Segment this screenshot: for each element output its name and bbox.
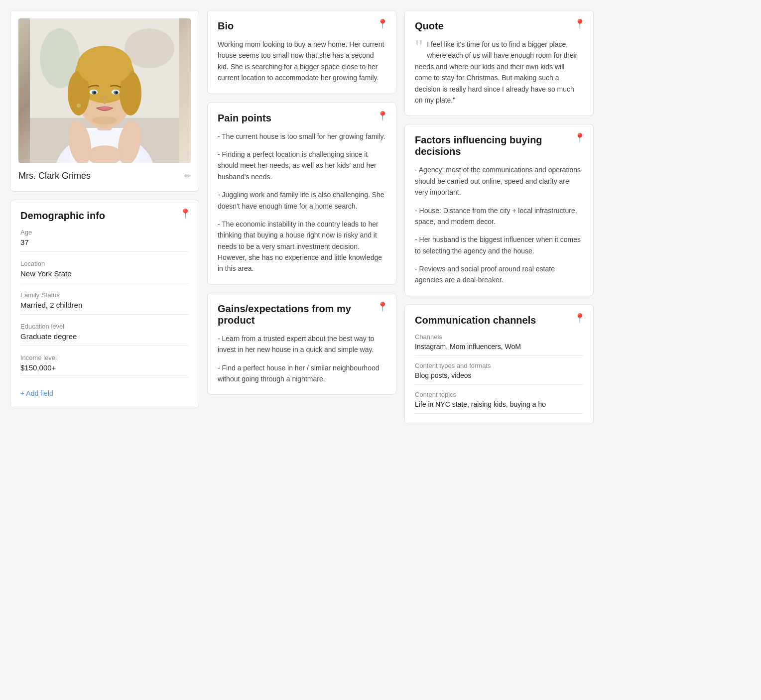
factors-title: Factors influencing buying decisions (415, 134, 583, 157)
svg-point-3 (125, 28, 174, 68)
demo-field-value: Graduate degree (20, 332, 189, 346)
demo-field: Location New York State (20, 260, 189, 283)
pain-point-item: - The current house is too small for her… (218, 131, 386, 142)
pain-point-item: - Finding a perfect location is challeng… (218, 149, 386, 182)
demo-field: Education level Graduate degree (20, 323, 189, 346)
comm-section-label: Channels (415, 333, 583, 341)
quote-text: I feel like it's time for us to find a b… (415, 40, 577, 104)
factors-text: - Agency: most of the communications and… (415, 164, 583, 286)
demo-field-label: Location (20, 260, 189, 267)
quote-card: 📍 Quote " I feel like it's time for us t… (404, 10, 594, 116)
comm-section-value: Blog posts, videos (415, 371, 583, 385)
demo-field-label: Income level (20, 354, 189, 361)
left-column: Mrs. Clark Grimes ✏ 📍 Demographic info A… (10, 10, 199, 424)
demo-field: Age 37 (20, 229, 189, 252)
pain-pin-icon: 📍 (377, 111, 388, 121)
demo-field: Income level $150,000+ (20, 354, 189, 377)
gains-pin-icon: 📍 (377, 301, 388, 312)
comm-section: Content types and formats Blog posts, vi… (415, 362, 583, 385)
factor-item: - Her husband is the biggest influencer … (415, 234, 583, 256)
factors-pin-icon: 📍 (574, 132, 585, 143)
svg-point-14 (77, 46, 132, 86)
demo-field-label: Education level (20, 323, 189, 330)
comm-section-label: Content types and formats (415, 362, 583, 369)
communication-card: 📍 Communication channels Channels Instag… (404, 304, 594, 424)
profile-name: Mrs. Clark Grimes (18, 171, 91, 181)
svg-point-22 (77, 104, 81, 108)
gains-card: 📍 Gains/expectations from my product - L… (207, 293, 396, 395)
svg-point-21 (92, 117, 117, 124)
comm-sections: Channels Instagram, Mom influencers, WoM… (415, 333, 583, 414)
pain-points-card: 📍 Pain points - The current house is too… (207, 102, 396, 285)
edit-icon[interactable]: ✏ (184, 171, 191, 181)
factors-card: 📍 Factors influencing buying decisions -… (404, 124, 594, 296)
gains-item: - Find a perfect house in her / similar … (218, 362, 386, 385)
profile-image (18, 18, 191, 163)
bio-pin-icon: 📍 (377, 18, 388, 29)
comm-pin-icon: 📍 (574, 313, 585, 324)
demographic-card: 📍 Demographic info Age 37Location New Yo… (10, 200, 199, 408)
quote-pin-icon: 📍 (574, 18, 585, 29)
demo-field-label: Family Status (20, 291, 189, 299)
quote-content: " I feel like it's time for us to find a… (415, 39, 583, 106)
demo-field-value: 37 (20, 238, 189, 252)
demographic-fields: Age 37Location New York StateFamily Stat… (20, 229, 189, 377)
demo-field-value: Married, 2 children (20, 301, 189, 315)
add-field-label: + Add field (20, 389, 53, 397)
demo-field: Family Status Married, 2 children (20, 291, 189, 315)
gains-item: - Learn from a trusted expert about the … (218, 333, 386, 355)
bio-text: Working mom looking to buy a new home. H… (218, 39, 386, 84)
demo-field-value: New York State (20, 269, 189, 283)
pain-title: Pain points (218, 113, 386, 124)
profile-card: Mrs. Clark Grimes ✏ (10, 10, 199, 192)
right-column: 📍 Quote " I feel like it's time for us t… (404, 10, 594, 424)
profile-name-row: Mrs. Clark Grimes ✏ (18, 169, 191, 183)
quote-mark: " (415, 37, 423, 57)
middle-column: 📍 Bio Working mom looking to buy a new h… (207, 10, 396, 424)
comm-title: Communication channels (415, 315, 583, 326)
pain-point-item: - Juggling work and family life is also … (218, 189, 386, 212)
comm-section: Content topics Life in NYC state, raisin… (415, 391, 583, 414)
comm-section-value: Instagram, Mom influencers, WoM (415, 343, 583, 356)
demo-field-value: $150,000+ (20, 363, 189, 377)
add-field-button[interactable]: + Add field (20, 389, 53, 397)
comm-section-value: Life in NYC state, raising kids, buying … (415, 400, 583, 414)
pin-icon: 📍 (180, 208, 191, 219)
gains-title: Gains/expectations from my product (218, 303, 386, 326)
factor-item: - Agency: most of the communications and… (415, 164, 583, 198)
bio-card: 📍 Bio Working mom looking to buy a new h… (207, 10, 396, 94)
pain-points-text: - The current house is too small for her… (218, 131, 386, 274)
profile-image-container (18, 18, 191, 163)
comm-section: Channels Instagram, Mom influencers, WoM (415, 333, 583, 356)
bio-title: Bio (218, 20, 386, 32)
demo-field-label: Age (20, 229, 189, 236)
svg-point-20 (116, 92, 118, 94)
factor-item: - Reviews and social proof around real e… (415, 263, 583, 286)
comm-section-label: Content topics (415, 391, 583, 398)
quote-title: Quote (415, 20, 583, 32)
svg-point-19 (94, 92, 96, 94)
gains-text: - Learn from a trusted expert about the … (218, 333, 386, 385)
factor-item: - House: Distance from the city + local … (415, 205, 583, 228)
pain-point-item: - The economic instability in the countr… (218, 219, 386, 274)
demographic-title: Demographic info (20, 210, 189, 222)
